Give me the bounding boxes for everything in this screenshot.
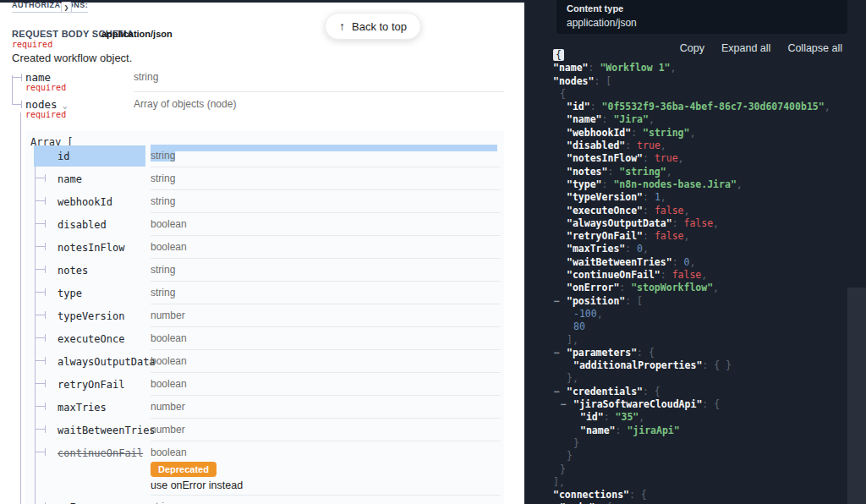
field-name-label: onError bbox=[58, 501, 101, 504]
code-line: } bbox=[524, 463, 847, 476]
field-type-cell: boolean bbox=[151, 327, 504, 347]
field-row-webhookId: webhookIdstring bbox=[25, 190, 504, 213]
code-line: "disabled": true, bbox=[524, 140, 847, 152]
field-name-cell: type bbox=[34, 282, 145, 304]
json-punctuation: , bbox=[660, 191, 666, 203]
json-key: "name" bbox=[580, 425, 616, 436]
json-key: "additionalProperties" bbox=[573, 359, 702, 371]
code-line: "executeOnce": false, bbox=[524, 205, 847, 217]
request-body-required-flag: required bbox=[12, 40, 52, 49]
field-type-cell: boolean bbox=[151, 350, 504, 370]
field-type: string bbox=[151, 287, 175, 299]
json-punctuation: : bbox=[590, 101, 602, 112]
json-key: "alwaysOutputData" bbox=[567, 217, 672, 229]
json-boolean: false bbox=[655, 230, 684, 242]
scrollbar-thumb[interactable] bbox=[847, 288, 866, 504]
json-punctuation: , bbox=[671, 62, 677, 74]
json-punctuation: : { bbox=[702, 398, 720, 410]
json-key: "position" bbox=[567, 295, 625, 307]
field-name-cell: onError bbox=[34, 496, 145, 504]
field-name-label: continueOnFail bbox=[58, 447, 143, 459]
field-name-cell: retryOnFail bbox=[34, 374, 145, 395]
json-punctuation: , bbox=[666, 166, 672, 178]
field-name-label: alwaysOutputData bbox=[58, 356, 156, 368]
collapse-toggle-icon[interactable]: − bbox=[561, 398, 567, 411]
field-required-flag: required bbox=[25, 83, 66, 92]
json-punctuation: : bbox=[643, 205, 655, 216]
json-string: "jiraApi" bbox=[627, 425, 679, 436]
field-name-label: webhookId bbox=[58, 196, 112, 208]
field-row-waitBetweenTries: waitBetweenTriesnumber bbox=[25, 419, 504, 441]
back-to-top-button[interactable]: ↑ Back to top bbox=[325, 13, 421, 40]
field-name-cell: name bbox=[34, 168, 145, 189]
json-punctuation: : bbox=[589, 62, 600, 74]
json-punctuation: , bbox=[684, 205, 690, 216]
json-key: "webhookId" bbox=[567, 127, 631, 139]
field-name-cell: disabled bbox=[34, 214, 145, 235]
json-key: "nodes" bbox=[553, 75, 594, 87]
json-punctuation: , bbox=[649, 113, 655, 125]
field-nodes-label[interactable]: nodes⌄ bbox=[25, 98, 68, 111]
field-name-label: waitBetweenTries bbox=[58, 425, 156, 436]
field-name-label: notesInFlow bbox=[58, 242, 124, 254]
field-type: number bbox=[151, 424, 185, 436]
code-line: "retryOnFail": false, bbox=[524, 230, 847, 243]
authorizations-link-chevron-icon[interactable]: ❯ bbox=[61, 2, 72, 13]
field-type: number bbox=[151, 401, 185, 413]
json-string: "string" bbox=[619, 166, 666, 178]
json-punctuation: , bbox=[689, 256, 695, 268]
code-line: } bbox=[524, 437, 847, 450]
code-line: "typeVersion": 1, bbox=[524, 191, 847, 204]
tree-tick bbox=[12, 77, 22, 78]
json-punctuation: } bbox=[567, 450, 573, 462]
json-number: 0 bbox=[637, 243, 643, 255]
json-punctuation: , bbox=[713, 217, 719, 229]
deprecated-note: use onError instead bbox=[151, 479, 504, 493]
json-punctuation: : bbox=[607, 166, 619, 178]
field-type-cell: boolean bbox=[151, 236, 504, 255]
json-punctuation: : [ bbox=[594, 75, 611, 87]
json-key: "type" bbox=[567, 178, 602, 190]
field-type-cell: string bbox=[151, 496, 504, 504]
json-punctuation: }, bbox=[567, 372, 578, 384]
field-name-cell: maxTries bbox=[34, 397, 145, 418]
field-type: Array of objects (node) bbox=[134, 98, 236, 110]
json-key: "onError" bbox=[567, 282, 619, 293]
json-number: -100 bbox=[573, 308, 597, 320]
json-punctuation: : { bbox=[629, 489, 647, 501]
json-boolean: false bbox=[683, 217, 713, 229]
code-line: "name": "Jira", bbox=[524, 113, 847, 126]
json-punctuation: ], bbox=[567, 334, 578, 346]
deprecated-badge: Deprecated bbox=[151, 462, 216, 477]
json-punctuation: , bbox=[737, 178, 743, 190]
code-line: "maxTries": 0, bbox=[524, 243, 847, 255]
row-separator bbox=[134, 91, 504, 92]
code-line: -100, bbox=[524, 308, 847, 320]
code-line: "continueOnFail": false, bbox=[524, 269, 847, 282]
code-line: −"parameters": { bbox=[524, 347, 847, 359]
code-line: "name": "jiraApi" bbox=[524, 425, 847, 437]
json-key: "id" bbox=[567, 101, 590, 112]
collapse-toggle-icon[interactable]: − bbox=[554, 347, 560, 359]
json-key: "name" bbox=[567, 113, 602, 125]
field-row-maxTries: maxTriesnumber bbox=[25, 396, 504, 419]
field-type: number bbox=[151, 310, 185, 321]
content-type-dropdown[interactable]: Content type application/json bbox=[556, 0, 847, 34]
json-string: "0f5532f9-36ba-4bef-86c7-30d607400b15" bbox=[602, 101, 825, 112]
field-type-cell: boolean bbox=[151, 373, 504, 392]
code-line: "additionalProperties": { } bbox=[524, 359, 847, 372]
json-key: "notesInFlow" bbox=[567, 152, 643, 164]
json-key: "typeVersion" bbox=[567, 191, 643, 203]
json-punctuation: , bbox=[713, 282, 719, 293]
json-punctuation: ], bbox=[553, 476, 565, 488]
api-docs-page: AUTHORIZATIONS: ❯ REQUEST BODY SCHEMA: a… bbox=[0, 0, 866, 504]
json-punctuation: : bbox=[616, 425, 628, 436]
json-punctuation: : bbox=[643, 230, 655, 242]
collapse-toggle-icon[interactable]: − bbox=[554, 386, 560, 398]
field-name-label: retryOnFail bbox=[58, 379, 124, 391]
code-line: "nodes": [ bbox=[524, 75, 847, 88]
json-string: "Workflow 1" bbox=[600, 62, 670, 74]
field-type-cell: boolean bbox=[151, 213, 504, 233]
collapse-toggle-icon[interactable]: − bbox=[554, 295, 560, 308]
field-type: boolean bbox=[151, 446, 187, 458]
